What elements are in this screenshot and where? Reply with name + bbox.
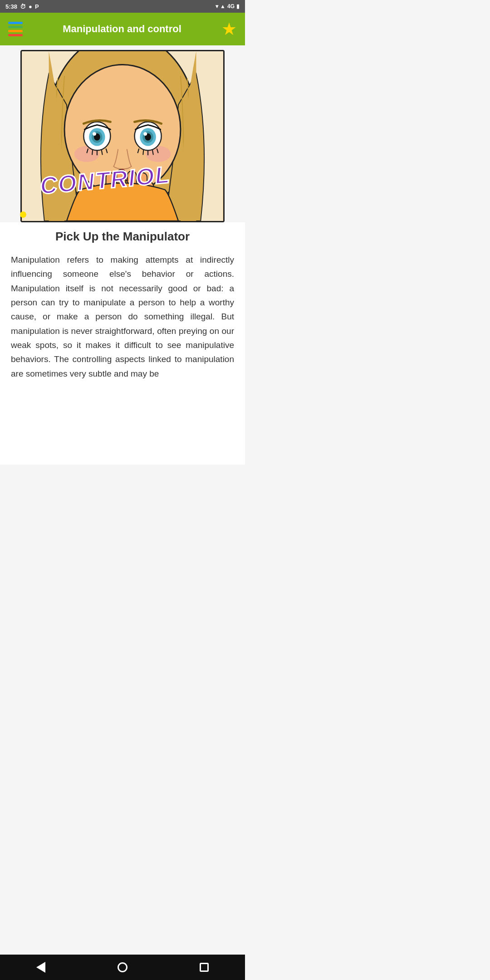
status-left: 5:38 ⏱ ● P — [5, 3, 39, 10]
phone-icon: ⏱ — [20, 3, 26, 10]
cartoon-image: CONTRIOL — [20, 50, 225, 222]
network-type: 4G — [227, 3, 235, 10]
svg-point-9 — [93, 132, 96, 136]
chrome-icon: ● — [29, 3, 32, 10]
status-time: 5:38 — [5, 3, 17, 10]
article-body: Manipulation refers to making attempts a… — [0, 248, 245, 390]
menu-button[interactable] — [8, 22, 23, 36]
pocket-icon: P — [35, 3, 39, 10]
battery-icon: ▮ — [236, 3, 240, 10]
favorite-button[interactable]: ★ — [221, 20, 237, 38]
status-bar: 5:38 ⏱ ● P ▾ ▲ 4G ▮ — [0, 0, 245, 13]
svg-line-21 — [143, 150, 143, 155]
article-image-container: CONTRIOL — [0, 45, 245, 222]
wifi-icon: ▾ — [216, 3, 218, 10]
svg-point-19 — [143, 132, 147, 136]
top-app-bar: Manipulation and control ★ — [0, 13, 245, 45]
yellow-dot — [20, 211, 26, 218]
signal-icon: ▲ — [220, 3, 225, 10]
content-area: CONTRIOL Pick Up the Manipulator Manipul… — [0, 45, 245, 465]
page-title: Manipulation and control — [23, 23, 221, 35]
status-right: ▾ ▲ 4G ▮ — [216, 3, 240, 10]
svg-line-11 — [92, 150, 93, 155]
article-subtitle: Pick Up the Manipulator — [0, 222, 245, 248]
